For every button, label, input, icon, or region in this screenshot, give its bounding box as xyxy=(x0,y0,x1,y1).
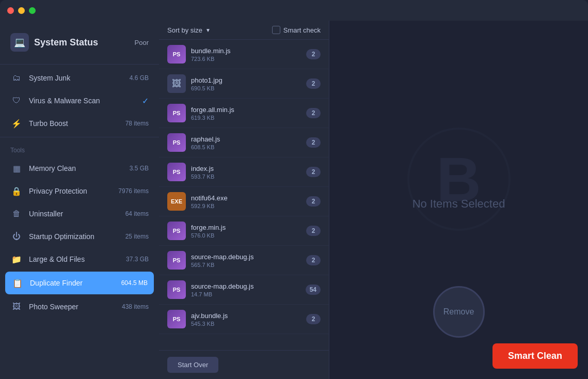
startup-optimization-icon: ⏻ xyxy=(10,230,23,243)
file-item[interactable]: PS forge.min.js 576.0 KB 2 xyxy=(159,216,329,246)
duplicate-finder-icon: 📋 xyxy=(11,277,24,289)
file-count-badge: 2 xyxy=(306,137,321,148)
file-item[interactable]: 🖼 photo1.jpg 690.5 KB 2 xyxy=(159,69,329,99)
file-icon: PS xyxy=(167,280,186,299)
title-bar xyxy=(0,0,588,21)
file-list-panel: Sort by size ▼ Smart check PS bundle.min… xyxy=(159,21,329,379)
app-body: 💻 System Status Poor 🗂 System Junk 4.6 G… xyxy=(0,21,588,379)
file-count-badge: 2 xyxy=(306,78,321,89)
file-size: 592.9 KB xyxy=(191,203,306,209)
file-count-badge: 2 xyxy=(306,167,321,177)
duplicate-finder-label: Duplicate Finder xyxy=(30,279,115,287)
turbo-boost-value: 78 items xyxy=(125,120,149,127)
remove-button[interactable]: Remove xyxy=(433,286,485,338)
file-size: 619.3 KB xyxy=(191,115,306,121)
file-icon: PS xyxy=(167,310,186,328)
system-status-label: System Status xyxy=(34,37,130,48)
file-size: 576.0 KB xyxy=(191,232,306,239)
file-list-footer: Start Over xyxy=(159,350,329,379)
file-item[interactable]: PS index.js 593.7 KB 2 xyxy=(159,157,329,187)
file-count-badge: 2 xyxy=(306,314,321,324)
big-b-decoration: B xyxy=(407,128,511,231)
smart-clean-button[interactable]: Smart Clean xyxy=(492,343,578,369)
file-count-badge: 2 xyxy=(306,49,321,59)
file-item[interactable]: PS ajv.bundle.js 545.3 KB 2 xyxy=(159,305,329,334)
file-count-badge: 54 xyxy=(306,285,321,295)
sidebar-item-uninstaller[interactable]: 🗑 Uninstaller 64 items xyxy=(0,202,159,225)
file-item[interactable]: PS bundle.min.js 723.6 KB 2 xyxy=(159,40,329,69)
start-over-button[interactable]: Start Over xyxy=(167,357,218,373)
tools-section-label: Tools xyxy=(0,139,159,157)
file-count-badge: 2 xyxy=(306,108,321,118)
fullscreen-button[interactable] xyxy=(29,7,36,14)
file-info: bundle.min.js 723.6 KB xyxy=(191,47,306,62)
minimize-button[interactable] xyxy=(18,7,25,14)
file-name: forge.all.min.js xyxy=(191,106,306,114)
privacy-protection-label: Privacy Protection xyxy=(29,187,112,195)
large-old-files-label: Large & Old Files xyxy=(29,255,120,263)
sidebar-item-turbo-boost[interactable]: ⚡ Turbo Boost 78 items xyxy=(0,112,159,135)
photo-sweeper-value: 438 items xyxy=(122,303,149,310)
file-list-header: Sort by size ▼ Smart check xyxy=(159,21,329,40)
virus-malware-check: ✓ xyxy=(142,96,149,106)
file-size: 565.7 KB xyxy=(191,262,306,268)
file-item[interactable]: PS source-map.debug.js 14.7 MB 54 xyxy=(159,275,329,305)
file-icon: PS xyxy=(167,222,186,240)
sidebar-item-duplicate-finder[interactable]: 📋 Duplicate Finder 604.5 MB xyxy=(5,272,154,294)
sidebar-item-virus-malware[interactable]: 🛡 Virus & Malware Scan ✓ xyxy=(0,89,159,112)
sidebar-item-large-old-files[interactable]: 📁 Large & Old Files 37.3 GB xyxy=(0,248,159,271)
turbo-boost-label: Turbo Boost xyxy=(29,119,119,128)
file-size: 545.3 KB xyxy=(191,321,306,327)
smart-check-checkbox[interactable] xyxy=(272,26,280,34)
file-icon: 🖼 xyxy=(167,74,186,93)
file-count-badge: 2 xyxy=(306,255,321,265)
photo-sweeper-icon: 🖼 xyxy=(10,301,23,313)
file-name: forge.min.js xyxy=(191,224,306,231)
file-item[interactable]: PS source-map.debug.js 565.7 KB 2 xyxy=(159,246,329,275)
file-info: photo1.jpg 690.5 KB xyxy=(191,76,306,91)
system-status-icon: 💻 xyxy=(10,33,29,52)
sort-by-control[interactable]: Sort by size ▼ xyxy=(167,26,211,34)
sort-by-label: Sort by size xyxy=(167,26,202,34)
photo-sweeper-label: Photo Sweeper xyxy=(29,303,116,311)
file-info: source-map.debug.js 14.7 MB xyxy=(191,282,306,297)
sidebar-item-system-junk[interactable]: 🗂 System Junk 4.6 GB xyxy=(0,67,159,89)
sidebar-item-privacy-protection[interactable]: 🔒 Privacy Protection 7976 items xyxy=(0,180,159,202)
smart-check-control[interactable]: Smart check xyxy=(272,26,321,34)
file-item[interactable]: PS raphael.js 608.5 KB 2 xyxy=(159,128,329,157)
file-count-badge: 2 xyxy=(306,226,321,236)
sidebar-divider-2 xyxy=(0,137,159,137)
sort-arrow-icon: ▼ xyxy=(205,27,211,33)
sidebar-item-photo-sweeper[interactable]: 🖼 Photo Sweeper 438 items xyxy=(0,295,159,318)
close-button[interactable] xyxy=(7,7,14,14)
memory-clean-icon: ▦ xyxy=(10,162,23,175)
file-info: index.js 593.7 KB xyxy=(191,165,306,180)
file-name: photo1.jpg xyxy=(191,76,306,84)
file-info: source-map.debug.js 565.7 KB xyxy=(191,253,306,268)
file-info: forge.all.min.js 619.3 KB xyxy=(191,106,306,121)
file-name: ajv.bundle.js xyxy=(191,312,306,320)
privacy-protection-icon: 🔒 xyxy=(10,185,23,197)
startup-optimization-label: Startup Optimization xyxy=(29,232,119,241)
system-junk-label: System Junk xyxy=(29,74,123,82)
file-icon: PS xyxy=(167,251,186,270)
system-status-badge: Poor xyxy=(135,39,149,46)
file-name: raphael.js xyxy=(191,135,306,143)
uninstaller-label: Uninstaller xyxy=(29,210,119,218)
file-icon: PS xyxy=(167,104,186,122)
file-size: 723.6 KB xyxy=(191,56,306,62)
file-icon: PS xyxy=(167,163,186,181)
file-item[interactable]: EXE notifu64.exe 592.9 KB 2 xyxy=(159,187,329,216)
file-name: source-map.debug.js xyxy=(191,253,306,261)
sidebar-item-startup-optimization[interactable]: ⏻ Startup Optimization 25 items xyxy=(0,225,159,248)
file-name: bundle.min.js xyxy=(191,47,306,55)
file-item[interactable]: PS forge.all.min.js 619.3 KB 2 xyxy=(159,99,329,128)
system-status-section: 💻 System Status Poor xyxy=(0,29,159,62)
file-info: forge.min.js 576.0 KB xyxy=(191,224,306,239)
content-row: Sort by size ▼ Smart check PS bundle.min… xyxy=(159,21,588,379)
uninstaller-value: 64 items xyxy=(125,210,149,217)
file-name: index.js xyxy=(191,165,306,172)
file-name: source-map.debug.js xyxy=(191,282,306,290)
sidebar-item-memory-clean[interactable]: ▦ Memory Clean 3.5 GB xyxy=(0,157,159,180)
sidebar: 💻 System Status Poor 🗂 System Junk 4.6 G… xyxy=(0,21,159,379)
